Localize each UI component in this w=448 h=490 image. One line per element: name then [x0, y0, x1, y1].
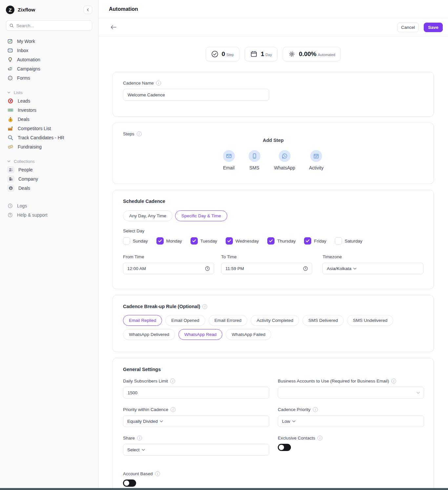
info-icon[interactable]: i	[156, 81, 161, 86]
sidebar-item-track-candidates[interactable]: Track Candidates - HR	[6, 133, 92, 142]
account-based-toggle[interactable]	[123, 480, 136, 487]
add-activity-step-button[interactable]: Activity	[309, 150, 323, 170]
field-label-text: From Time	[123, 254, 144, 259]
search-input[interactable]	[16, 23, 89, 28]
calendar-icon	[250, 50, 257, 58]
stat-steps: 0 Step	[206, 47, 239, 61]
info-icon[interactable]: i	[170, 379, 175, 383]
collections-section-header[interactable]: Collections	[6, 157, 92, 165]
cancel-button[interactable]: Cancel	[397, 23, 419, 32]
back-button[interactable]	[109, 23, 118, 32]
lists-section-header[interactable]: Lists	[6, 88, 92, 96]
chip-sms-delivered[interactable]: SMS Delivered	[302, 315, 344, 326]
timezone-select[interactable]: Asia/Kolkata	[322, 263, 423, 274]
day-checkbox-monday[interactable]: Monday	[156, 237, 182, 245]
cadence-priority-select[interactable]: Low	[278, 415, 424, 427]
day-checkbox-friday[interactable]: Friday	[304, 237, 326, 245]
info-icon[interactable]: i	[137, 436, 142, 441]
stat-label: Day	[266, 53, 272, 57]
sidebar-item-automation[interactable]: Automation	[6, 55, 92, 64]
time-value: 12:00 AM	[127, 266, 205, 271]
save-button[interactable]: Save	[424, 23, 443, 32]
chip-sms-undelivered[interactable]: SMS Undelivered	[347, 315, 393, 326]
chip-whatsapp-delivered[interactable]: WhatsApp Delivered	[123, 329, 175, 340]
sidebar-item-people[interactable]: People	[6, 165, 92, 174]
info-icon[interactable]: i	[137, 131, 142, 136]
add-sms-step-button[interactable]: SMS	[249, 150, 260, 170]
day-checkbox-saturday[interactable]: Saturday	[335, 237, 362, 245]
add-step-title: Add Step	[123, 138, 423, 143]
sidebar-item-leads[interactable]: Leads	[6, 96, 92, 106]
field-label-text: Steps	[123, 131, 134, 136]
stat-value: 0	[222, 50, 225, 58]
stat-value: 0.00%	[299, 50, 316, 58]
any-day-any-time-option[interactable]: Any Day, Any Time	[123, 210, 173, 221]
info-icon[interactable]: i	[317, 436, 322, 441]
list-item-label: Competitors List	[18, 126, 51, 131]
day-checkbox-wednesday[interactable]: Wednesday	[226, 237, 259, 245]
sidebar-item-my-work[interactable]: My Work	[6, 37, 92, 46]
search-box[interactable]	[6, 20, 92, 31]
specific-day-time-option[interactable]: Specific Day & Time	[175, 210, 227, 221]
daily-subscribers-input[interactable]	[123, 387, 269, 399]
exclusive-contacts-label-row: Exclusive Contacts i	[278, 436, 424, 441]
days-row: Sunday Monday Tuesday Wednesday Thursday	[123, 237, 423, 245]
chip-email-errored[interactable]: Email Errored	[209, 315, 248, 326]
sidebar-item-company[interactable]: Company	[6, 174, 92, 184]
cadence-name-input[interactable]	[123, 89, 269, 101]
checkbox-icon	[123, 237, 130, 245]
chip-activity-completed[interactable]: Activity Completed	[251, 315, 299, 326]
chip-whatsapp-read[interactable]: WhatsApp Read	[178, 329, 222, 340]
business-accounts-select[interactable]	[278, 387, 424, 399]
sidebar-item-deals-collection[interactable]: $ Deals	[6, 184, 92, 193]
sidebar-item-campaigns[interactable]: Campaigns	[6, 64, 92, 73]
chip-email-replied[interactable]: Email Replied	[123, 315, 162, 326]
sidebar-item-fundraising[interactable]: Fundraising	[6, 142, 92, 151]
chevron-down-icon	[160, 420, 163, 422]
sidebar-item-deals-list[interactable]: $ Deals	[6, 115, 92, 124]
checkbox-icon	[335, 237, 342, 245]
priority-within-cadence-select[interactable]: Equally Divided	[123, 415, 269, 427]
sidebar-item-logs[interactable]: Logs	[6, 201, 92, 210]
general-settings-title: General Settings	[123, 367, 423, 372]
sidebar-item-competitors-list[interactable]: Competitors List	[6, 124, 92, 133]
sidebar-item-help-support[interactable]: Help & support	[6, 210, 92, 220]
day-checkbox-tuesday[interactable]: Tuesday	[191, 237, 217, 245]
exclusive-contacts-field: Exclusive Contacts i	[278, 436, 424, 456]
info-icon[interactable]: i	[171, 407, 175, 412]
priority-within-cadence-field: Priority within Cadence i Equally Divide…	[123, 407, 269, 427]
chip-email-opened[interactable]: Email Opened	[165, 315, 205, 326]
info-icon[interactable]: i	[391, 379, 396, 383]
sidebar-item-label: Forms	[17, 75, 30, 81]
from-time-label: From Time	[123, 254, 214, 259]
list-item-label: Company	[18, 176, 38, 182]
chevron-down-icon	[7, 160, 10, 163]
sidebar-item-inbox[interactable]: Inbox	[6, 46, 92, 55]
content: 0 Step 1 Day 0.00% Automated Cadence Nam…	[98, 36, 448, 490]
day-checkbox-thursday[interactable]: Thursday	[267, 237, 295, 245]
sidebar-item-investors[interactable]: $ Investors	[6, 106, 92, 115]
info-icon[interactable]: i	[313, 407, 318, 412]
account-based-label-row: Account Based i	[123, 471, 269, 476]
share-select[interactable]: Select	[123, 444, 269, 456]
dollar-coin-icon: $	[7, 185, 14, 192]
day-checkbox-sunday[interactable]: Sunday	[123, 237, 148, 245]
info-icon[interactable]: i	[155, 471, 160, 476]
info-icon[interactable]: i	[202, 304, 207, 309]
field-label-text: Priority within Cadence	[123, 407, 168, 412]
checkbox-checked-icon	[156, 237, 164, 245]
sidebar-collapse-button[interactable]	[84, 6, 92, 14]
sidebar-item-forms[interactable]: Forms	[6, 73, 92, 83]
exclusive-contacts-toggle[interactable]	[278, 444, 291, 451]
to-time-input[interactable]: 11:59 PM	[221, 263, 312, 274]
task-icon	[7, 39, 13, 44]
list-item-label: Deals	[18, 117, 30, 122]
search-icon	[10, 23, 14, 28]
time-value: 11:59 PM	[225, 266, 303, 271]
add-whatsapp-step-button[interactable]: WhatsApp	[274, 150, 295, 170]
add-email-step-button[interactable]: Email	[223, 150, 235, 170]
money-bag-icon: $	[7, 116, 14, 123]
from-time-input[interactable]: 12:00 AM	[123, 263, 214, 274]
title-bar: Automation	[98, 0, 448, 18]
chip-whatsapp-failed[interactable]: WhatsApp Failed	[226, 329, 271, 340]
